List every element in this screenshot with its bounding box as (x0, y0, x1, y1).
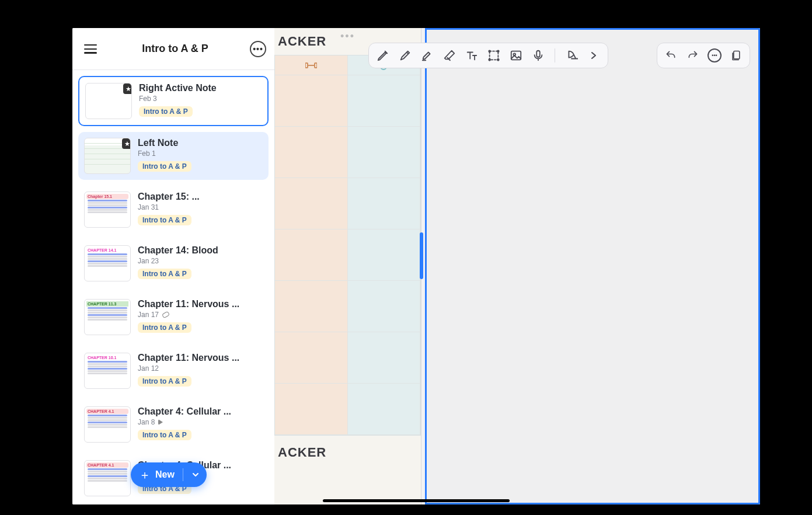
tracker-row (275, 229, 420, 281)
redo-button[interactable] (685, 48, 701, 63)
note-tag: Intro to A & P (138, 376, 191, 387)
note-more-button[interactable]: ••• (708, 48, 722, 62)
note-title: Chapter 11: Nervous ... (138, 299, 263, 309)
shapes-tool[interactable] (563, 47, 580, 64)
home-indicator[interactable] (323, 499, 510, 502)
sidebar-header: Intro to A & P ••• (72, 28, 274, 70)
note-title: Chapter 11: Nervous ... (138, 353, 263, 363)
note-date: Jan 31 (138, 203, 263, 211)
note-tag: Intro to A & P (139, 106, 193, 117)
sidebar-more-button[interactable]: ••• (250, 41, 266, 57)
note-thumbnail: Chapter 15.1 (84, 192, 131, 228)
tracker-cell[interactable] (275, 127, 348, 178)
star-icon: ★ (122, 138, 131, 149)
pane-drag-handle-icon[interactable]: ••• (340, 30, 355, 43)
tracker-cell[interactable] (348, 75, 421, 127)
new-button-label: New (155, 469, 175, 480)
tracker-cell[interactable] (275, 384, 348, 435)
note-title: Chapter 14: Blood (138, 245, 263, 256)
editor-toolbar (368, 43, 608, 68)
eraser-tool[interactable] (441, 47, 458, 64)
tracker-row (275, 75, 420, 127)
note-tag: Intro to A & P (138, 215, 191, 225)
tracker-cell[interactable] (348, 332, 421, 384)
svg-point-7 (497, 50, 499, 52)
dumbbell-icon (305, 61, 317, 69)
note-title: Chapter 4: Cellular ... (138, 406, 263, 417)
tracker-cell[interactable] (348, 281, 421, 332)
star-icon: ★ (123, 83, 132, 94)
note-title: Chapter 15: ... (138, 192, 263, 202)
new-button[interactable]: ＋ New (131, 462, 207, 487)
tracker-row (275, 127, 420, 178)
lasso-tool[interactable] (486, 47, 502, 64)
link-icon (162, 311, 170, 319)
svg-point-6 (489, 50, 490, 52)
svg-rect-13 (734, 51, 740, 59)
note-date: Feb 3 (139, 95, 262, 103)
note-thumbnail: ★ (84, 138, 131, 174)
note-date: Jan 23 (138, 257, 263, 265)
svg-rect-12 (536, 51, 540, 57)
pen-tool[interactable] (375, 47, 391, 64)
pages-button[interactable] (729, 48, 744, 63)
sidebar: Intro to A & P ••• ★Right Active NoteFeb… (72, 28, 274, 504)
note-list[interactable]: ★Right Active NoteFeb 3Intro to A & P★Le… (72, 70, 274, 504)
image-tool[interactable] (508, 47, 524, 64)
undo-button[interactable] (663, 48, 678, 63)
note-card[interactable]: CHAPTER 11.3Chapter 11: Nervous ...Jan 1… (78, 293, 269, 341)
svg-point-8 (489, 59, 490, 61)
note-card[interactable]: CHAPTER 14.1Chapter 14: BloodJan 23Intro… (78, 239, 269, 287)
note-thumbnail: CHAPTER 10.1 (84, 353, 131, 389)
sidebar-title: Intro to A & P (105, 43, 245, 55)
note-date: Jan 8 (138, 418, 263, 426)
note-card[interactable]: Chapter 15.1Chapter 15: ...Jan 31Intro t… (78, 186, 269, 234)
tracker-cell[interactable] (275, 178, 348, 229)
note-date: Jan 17 (138, 311, 263, 319)
note-thumbnail: CHAPTER 14.1 (84, 245, 131, 281)
tracker-cell[interactable] (348, 384, 421, 435)
highlighter-tool[interactable] (419, 47, 435, 64)
note-card[interactable]: ★Left NoteFeb 1Intro to A & P (78, 132, 269, 180)
tracker-row (275, 384, 420, 435)
tracker-row (275, 178, 420, 229)
menu-button[interactable] (81, 39, 100, 59)
toolbar-expand[interactable] (586, 47, 602, 64)
tracker-cell[interactable] (348, 229, 421, 281)
right-tool-cluster: ••• (657, 43, 750, 68)
play-icon (158, 419, 163, 425)
tracker-cell[interactable] (348, 178, 421, 229)
note-card[interactable]: ★Right Active NoteFeb 3Intro to A & P (78, 76, 269, 126)
more-icon: ••• (253, 44, 263, 54)
mid-title-bottom: ACKER (274, 444, 421, 466)
text-tool[interactable] (463, 47, 480, 64)
tracker-cell[interactable] (275, 75, 348, 127)
note-thumbnail: ★ (85, 83, 132, 119)
note-tag: Intro to A & P (138, 430, 191, 440)
tracker-row (275, 332, 420, 384)
tracker-table (274, 55, 421, 436)
note-thumbnail: CHAPTER 4.1 (84, 460, 131, 496)
note-card[interactable]: CHAPTER 4.1Chapter 4: Cellular ...Jan 8I… (78, 401, 269, 448)
tracker-cell[interactable] (275, 332, 348, 384)
tracker-row (275, 281, 420, 332)
right-note-pane[interactable]: ••• (425, 28, 760, 504)
hamburger-icon (84, 44, 97, 54)
tracker-cell[interactable] (275, 229, 348, 281)
note-title: Left Note (138, 138, 263, 148)
note-thumbnail: CHAPTER 11.3 (84, 299, 131, 335)
mic-tool[interactable] (530, 47, 546, 64)
svg-point-9 (497, 59, 499, 61)
note-thumbnail: CHAPTER 4.1 (84, 406, 131, 443)
split-drag-handle[interactable] (420, 232, 423, 279)
note-tag: Intro to A & P (138, 161, 191, 172)
note-tag: Intro to A & P (138, 269, 191, 279)
tracker-cell[interactable] (275, 281, 348, 332)
note-card[interactable]: CHAPTER 10.1Chapter 11: Nervous ...Jan 1… (78, 347, 269, 395)
left-note-pane[interactable]: ••• ACKER ACKER (274, 28, 421, 504)
chevron-down-icon[interactable] (191, 471, 200, 479)
svg-rect-10 (511, 51, 521, 60)
pencil-tool[interactable] (397, 47, 413, 64)
tracker-cell[interactable] (348, 127, 421, 178)
note-title: Right Active Note (139, 83, 262, 93)
